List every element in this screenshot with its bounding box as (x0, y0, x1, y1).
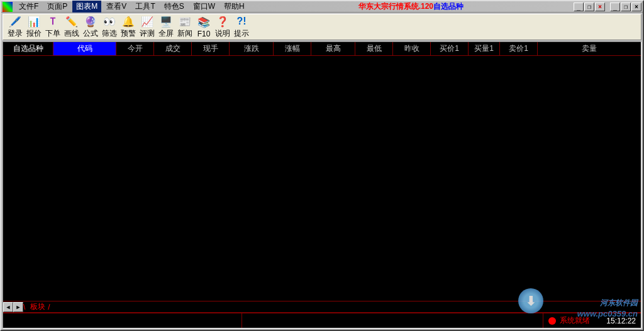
binoculars-icon: 👀 (103, 15, 116, 28)
window-controls: _ ❐ × _ ❐ × (574, 3, 641, 11)
scroll-left-button[interactable]: ◄ (3, 302, 13, 312)
formula-icon: 🔮 (84, 15, 97, 28)
tool-news[interactable]: 📰新闻 (175, 14, 194, 40)
col-open[interactable]: 今开 (116, 42, 154, 55)
status-cell-1 (3, 313, 242, 328)
col-change[interactable]: 涨跌 (230, 42, 274, 55)
tool-quote[interactable]: 📊报价 (25, 14, 43, 40)
toolbar: 🖊️登录 📊报价 Ｔ下单 ✏️画线 🔮公式 👀筛选 🔔预警 📈评测 🖥️全屏 📰… (3, 14, 641, 40)
window-title: 华东大宗行情系统.120自选品种 (248, 1, 574, 12)
status-cell-2 (242, 313, 543, 328)
col-current[interactable]: 现手 (192, 42, 230, 55)
news-icon: 📰 (179, 15, 191, 28)
close-button-outer[interactable]: × (631, 3, 641, 11)
menu-special[interactable]: 特色S (160, 1, 188, 13)
minimize-button-outer[interactable]: _ (610, 3, 620, 11)
col-bid1[interactable]: 买价1 (431, 42, 469, 55)
menu-tools[interactable]: 工具T (131, 1, 158, 13)
application-window: 文件F 页面P 图表M 查看V 工具T 特色S 窗口W 帮助H 华东大宗行情系统… (0, 0, 644, 331)
order-icon: Ｔ (47, 15, 59, 28)
menu-window[interactable]: 窗口W (189, 1, 219, 13)
login-icon: 🖊️ (9, 15, 21, 28)
bell-icon: 🔔 (122, 15, 135, 28)
column-headers: 自选品种 代码 今开 成交 现手 涨跌 涨幅 最高 最低 昨收 买价1 买量1 … (3, 42, 641, 56)
titlebar: 文件F 页面P 图表M 查看V 工具T 特色S 窗口W 帮助H 华东大宗行情系统… (1, 1, 643, 13)
status-right: 系统就绪 15:12:22 (543, 315, 641, 326)
menu-help[interactable]: 帮助H (220, 1, 248, 13)
tool-help[interactable]: ❓说明 (213, 14, 232, 40)
tab-sector[interactable]: 板块 (28, 301, 48, 312)
title-system: 华东大宗行情系统.120 (358, 2, 433, 11)
books-icon: 📚 (197, 16, 210, 29)
col-low[interactable]: 最低 (355, 42, 393, 55)
menu-chart[interactable]: 图表M (72, 1, 101, 13)
tab-separator: / (48, 303, 50, 312)
status-text: 系统就绪 (560, 315, 590, 326)
menubar: 文件F 页面P 图表M 查看V 工具T 特色S 窗口W 帮助H (15, 1, 248, 13)
tool-login[interactable]: 🖊️登录 (6, 14, 25, 40)
menu-file[interactable]: 文件F (15, 1, 42, 13)
bottom-tabs: ◄ ► \ 板块 / (3, 301, 641, 313)
restore-button-outer[interactable]: ❐ (621, 3, 631, 11)
col-code[interactable]: 代码 (53, 42, 116, 55)
tool-f10[interactable]: 📚F10 (194, 16, 213, 39)
restore-button-inner[interactable]: ❐ (584, 3, 594, 11)
col-high[interactable]: 最高 (311, 42, 355, 55)
tool-formula[interactable]: 🔮公式 (81, 14, 100, 40)
tool-hint[interactable]: ?!提示 (232, 14, 251, 40)
help-icon: ❓ (216, 15, 229, 28)
menu-page[interactable]: 页面P (43, 1, 71, 13)
col-changepct[interactable]: 涨幅 (274, 42, 311, 55)
hint-icon: ?! (235, 15, 248, 28)
col-prevclose[interactable]: 昨收 (393, 42, 431, 55)
monitor-icon: 🖥️ (160, 15, 172, 28)
col-category[interactable]: 自选品种 (3, 42, 53, 55)
tool-drawline[interactable]: ✏️画线 (62, 14, 81, 40)
tool-fullscreen[interactable]: 🖥️全屏 (157, 14, 175, 40)
pencil-icon: ✏️ (65, 15, 78, 28)
status-indicator-icon (548, 317, 556, 325)
tool-evaluate[interactable]: 📈评测 (138, 14, 157, 40)
app-icon (3, 2, 13, 12)
col-ask1[interactable]: 卖价1 (500, 42, 538, 55)
menu-view[interactable]: 查看V (103, 1, 130, 13)
tool-filter[interactable]: 👀筛选 (100, 14, 119, 40)
quote-icon: 📊 (28, 15, 40, 28)
scroll-right-button[interactable]: ► (13, 302, 23, 312)
col-bidvol1[interactable]: 买量1 (469, 42, 500, 55)
col-askvol[interactable]: 卖量 (538, 42, 641, 55)
minimize-button-inner[interactable]: _ (574, 3, 584, 11)
col-deal[interactable]: 成交 (154, 42, 192, 55)
data-grid[interactable] (3, 56, 641, 301)
close-button-inner[interactable]: × (595, 3, 605, 11)
content-area: 自选品种 代码 今开 成交 现手 涨跌 涨幅 最高 最低 昨收 买价1 买量1 … (3, 41, 641, 328)
title-category: 自选品种 (433, 2, 464, 11)
tool-alert[interactable]: 🔔预警 (119, 14, 138, 40)
status-bar: 系统就绪 15:12:22 (3, 313, 641, 328)
chart-icon: 📈 (141, 15, 153, 28)
status-time: 15:12:22 (606, 317, 636, 325)
tool-order[interactable]: Ｔ下单 (43, 14, 62, 40)
tab-separator: \ (23, 303, 25, 312)
